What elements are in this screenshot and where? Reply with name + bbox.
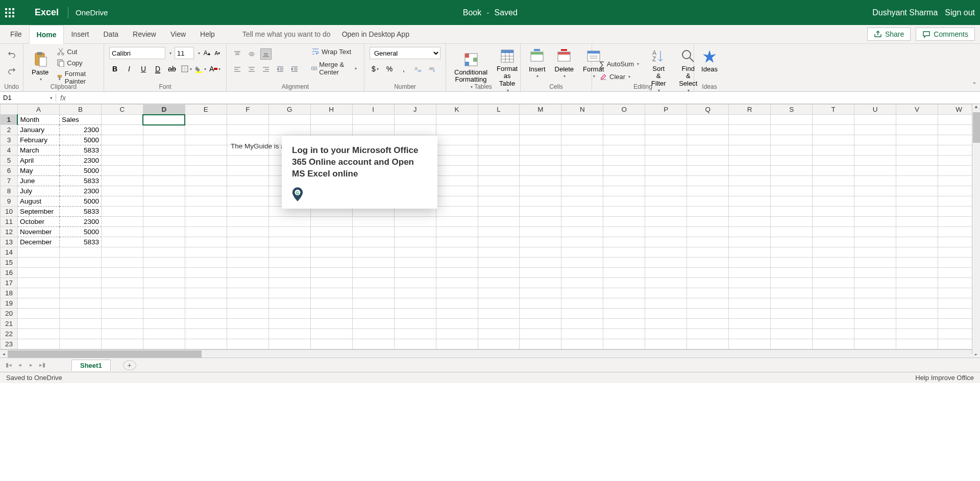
row-header-1[interactable]: 1 [1, 115, 18, 125]
cell-R6[interactable] [729, 166, 771, 176]
tab-insert[interactable]: Insert [64, 25, 96, 44]
cell-N19[interactable] [561, 298, 603, 309]
cell-O9[interactable] [603, 196, 645, 207]
cell-T10[interactable] [813, 207, 854, 217]
row-header-20[interactable]: 20 [1, 309, 18, 319]
cell-B2[interactable]: 2300 [59, 125, 101, 135]
cell-C17[interactable] [101, 278, 143, 288]
cell-E11[interactable] [185, 217, 227, 227]
cell-U17[interactable] [854, 278, 896, 288]
cell-C5[interactable] [101, 156, 143, 166]
cell-A9[interactable]: August [17, 196, 59, 207]
cell-M17[interactable] [520, 278, 561, 288]
cell-L2[interactable] [478, 125, 520, 135]
cell-U11[interactable] [854, 217, 896, 227]
cell-E19[interactable] [185, 298, 227, 309]
cell-U18[interactable] [854, 288, 896, 298]
cell-D11[interactable] [143, 217, 185, 227]
col-header-R[interactable]: R [729, 105, 771, 115]
cell-T20[interactable] [813, 309, 854, 319]
cell-A13[interactable]: December [17, 237, 59, 247]
cell-H18[interactable] [310, 288, 352, 298]
cell-I19[interactable] [352, 298, 394, 309]
scroll-thumb-h[interactable] [8, 350, 202, 358]
cell-P11[interactable] [645, 217, 687, 227]
cell-Q12[interactable] [687, 227, 729, 237]
cell-G22[interactable] [268, 329, 310, 339]
cell-T12[interactable] [813, 227, 854, 237]
cell-V2[interactable] [896, 125, 938, 135]
cell-Q22[interactable] [687, 329, 729, 339]
col-header-H[interactable]: H [310, 105, 352, 115]
cell-V10[interactable] [896, 207, 938, 217]
cell-E2[interactable] [185, 125, 227, 135]
cell-N15[interactable] [561, 258, 603, 268]
cell-S16[interactable] [771, 268, 813, 278]
cell-R19[interactable] [729, 298, 771, 309]
cell-M6[interactable] [520, 166, 561, 176]
cell-O1[interactable] [603, 115, 645, 125]
cell-U6[interactable] [854, 166, 896, 176]
cell-O4[interactable] [603, 145, 645, 156]
cell-F2[interactable] [227, 125, 268, 135]
cell-T15[interactable] [813, 258, 854, 268]
cell-M11[interactable] [520, 217, 561, 227]
cell-R9[interactable] [729, 196, 771, 207]
cell-H11[interactable] [310, 217, 352, 227]
row-header-15[interactable]: 15 [1, 258, 18, 268]
cell-T1[interactable] [813, 115, 854, 125]
cell-O15[interactable] [603, 258, 645, 268]
row-header-11[interactable]: 11 [1, 217, 18, 227]
cell-C10[interactable] [101, 207, 143, 217]
cell-K1[interactable] [436, 115, 478, 125]
cell-L12[interactable] [478, 227, 520, 237]
cell-F13[interactable] [227, 237, 268, 247]
cell-Q16[interactable] [687, 268, 729, 278]
cell-C4[interactable] [101, 145, 143, 156]
cell-F10[interactable] [227, 207, 268, 217]
cell-P5[interactable] [645, 156, 687, 166]
increase-decimal-button[interactable]: .0.00 [412, 63, 424, 74]
cell-G15[interactable] [268, 258, 310, 268]
cell-J17[interactable] [394, 278, 436, 288]
cell-I1[interactable] [352, 115, 394, 125]
cell-N4[interactable] [561, 145, 603, 156]
cell-A16[interactable] [17, 268, 59, 278]
cell-C9[interactable] [101, 196, 143, 207]
cell-A14[interactable] [17, 247, 59, 258]
cell-T17[interactable] [813, 278, 854, 288]
cell-V3[interactable] [896, 135, 938, 145]
cell-A17[interactable] [17, 278, 59, 288]
cell-I12[interactable] [352, 227, 394, 237]
cell-M20[interactable] [520, 309, 561, 319]
cell-S4[interactable] [771, 145, 813, 156]
align-left-button[interactable] [232, 64, 243, 75]
col-header-F[interactable]: F [227, 105, 268, 115]
cell-V22[interactable] [896, 329, 938, 339]
cell-A12[interactable]: November [17, 227, 59, 237]
cell-P3[interactable] [645, 135, 687, 145]
cell-T18[interactable] [813, 288, 854, 298]
cell-K2[interactable] [436, 125, 478, 135]
cell-D9[interactable] [143, 196, 185, 207]
cell-A11[interactable]: October [17, 217, 59, 227]
row-header-22[interactable]: 22 [1, 329, 18, 339]
cell-R4[interactable] [729, 145, 771, 156]
tab-file[interactable]: File [3, 25, 29, 44]
cell-U4[interactable] [854, 145, 896, 156]
cell-M21[interactable] [520, 319, 561, 329]
cell-B3[interactable]: 5000 [59, 135, 101, 145]
cell-K20[interactable] [436, 309, 478, 319]
cell-E16[interactable] [185, 268, 227, 278]
cell-B1[interactable]: Sales [59, 115, 101, 125]
doc-name[interactable]: Book [463, 8, 481, 17]
cell-T5[interactable] [813, 156, 854, 166]
cell-B16[interactable] [59, 268, 101, 278]
sheet-nav-prev[interactable]: ◂ [15, 362, 24, 368]
cell-A7[interactable]: June [17, 176, 59, 186]
cell-L13[interactable] [478, 237, 520, 247]
cell-N7[interactable] [561, 176, 603, 186]
cell-V15[interactable] [896, 258, 938, 268]
cell-P17[interactable] [645, 278, 687, 288]
cell-Q20[interactable] [687, 309, 729, 319]
